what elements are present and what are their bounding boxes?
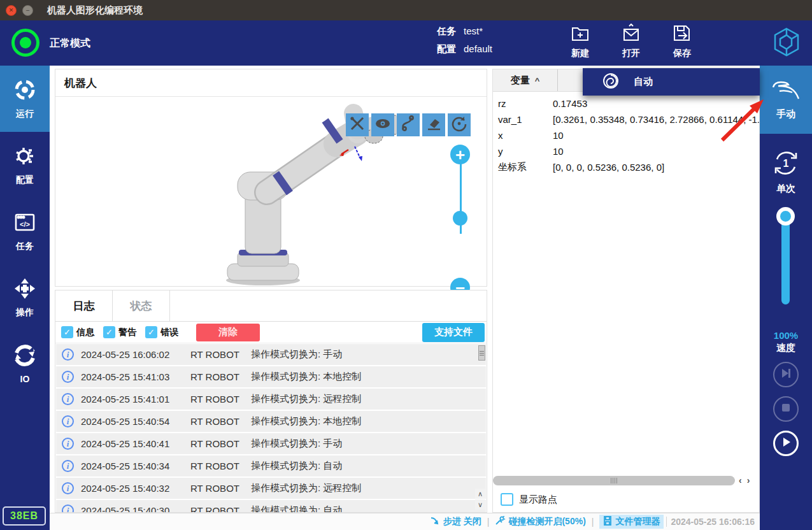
io-swap-icon bbox=[13, 344, 36, 369]
clear-button[interactable]: 清除 bbox=[196, 324, 260, 341]
app-logo-icon bbox=[771, 27, 802, 60]
sidebar-item-io[interactable]: IO bbox=[0, 331, 50, 397]
save-button-label: 保存 bbox=[673, 48, 691, 59]
auto-mode-label: 自动 bbox=[634, 76, 653, 88]
single-run-button[interactable]: 1 单次 bbox=[760, 140, 812, 204]
stop-button[interactable] bbox=[773, 396, 799, 422]
code-window-icon: </> bbox=[13, 211, 36, 236]
sidebar-item-label: IO bbox=[20, 374, 30, 384]
hand-icon bbox=[771, 80, 801, 105]
config-label: 配置 bbox=[437, 43, 464, 55]
info-icon: i bbox=[62, 415, 74, 427]
gear-icon bbox=[13, 145, 36, 170]
chevron-down-icon: ∨ bbox=[478, 501, 483, 509]
speed-slider-handle[interactable] bbox=[776, 207, 795, 226]
log-list[interactable]: i2024-05-25 16:06:02RT ROBOT操作模式切换为: 手动 … bbox=[56, 344, 486, 512]
scroll-up-button[interactable]: ∧ bbox=[475, 489, 485, 499]
visibility-button[interactable] bbox=[371, 113, 394, 136]
sidebar-item-run[interactable]: 运行 bbox=[0, 66, 50, 132]
log-filter-bar: ✓ 信息 ✓ 警告 ✓ 错误 清除 支持文件 bbox=[55, 322, 487, 343]
tab-secondary[interactable] bbox=[558, 69, 583, 91]
stop-icon bbox=[781, 403, 790, 415]
variables-table: rz0.17453 var_1[0.3261, 0.35348, 0.73416… bbox=[493, 92, 759, 175]
variable-row[interactable]: 坐标系[0, 0, 0, 0.5236, 0.5236, 0] bbox=[493, 159, 759, 175]
tools-icon bbox=[349, 115, 366, 134]
play-button[interactable] bbox=[773, 431, 799, 456]
scroll-down-button[interactable]: ∨ bbox=[475, 499, 485, 510]
eye-icon bbox=[374, 115, 391, 134]
speed-slider bbox=[760, 207, 812, 309]
svg-text:</>: </> bbox=[20, 220, 30, 228]
window-close-button[interactable]: ✕ bbox=[6, 5, 17, 16]
log-row: i2024-05-25 15:41:03RT ROBOT操作模式切换为: 本地控… bbox=[56, 366, 486, 387]
config-value: default bbox=[464, 43, 492, 55]
filter-info-checkbox[interactable]: ✓ bbox=[61, 326, 73, 338]
collision-status[interactable]: 碰撞检测开启(50%) bbox=[495, 516, 585, 527]
app-window: ✕ – 机器人图形化编程环境 正常模式 任务test* 配置default 新建… bbox=[0, 0, 812, 530]
sidebar-item-config[interactable]: 配置 bbox=[0, 132, 50, 198]
open-file-icon bbox=[622, 24, 641, 45]
variable-row[interactable]: rz0.17453 bbox=[493, 96, 759, 111]
reset-view-button[interactable] bbox=[448, 113, 471, 136]
speed-slider-track[interactable] bbox=[781, 212, 790, 304]
variable-row[interactable]: var_1[0.3261, 0.35348, 0.73416, 2.72866,… bbox=[493, 111, 759, 127]
robot-view-toolbar bbox=[346, 113, 473, 136]
window-minimize-button[interactable]: – bbox=[22, 5, 33, 16]
log-scroll-arrows: ∧ ∨ bbox=[475, 488, 485, 510]
scroll-left-button[interactable]: ‹ bbox=[739, 475, 742, 485]
log-row: i2024-05-25 15:40:32RT ROBOT操作模式切换为: 远程控… bbox=[56, 478, 486, 499]
mode-indicator-icon bbox=[11, 29, 39, 57]
sidebar-item-operate[interactable]: 操作 bbox=[0, 264, 50, 331]
mode-dropdown-item-auto[interactable]: 自动 bbox=[583, 68, 760, 96]
step-button[interactable] bbox=[773, 362, 799, 387]
chevron-up-icon: ∧ bbox=[478, 490, 483, 498]
zoom-slider-handle[interactable] bbox=[453, 211, 467, 226]
file-manager-button[interactable]: 文件管理器 bbox=[599, 515, 664, 529]
save-button[interactable]: 保存 bbox=[664, 24, 701, 59]
status-timestamp: 2024-05-25 16:06:16 bbox=[666, 517, 760, 527]
header-actions: 新建 打开 保存 bbox=[562, 24, 715, 59]
header: 正常模式 任务test* 配置default 新建 打开 保存 bbox=[0, 20, 812, 66]
show-waypoints-checkbox[interactable] bbox=[501, 493, 513, 506]
path-icon bbox=[400, 115, 417, 134]
zoom-in-button[interactable]: + bbox=[450, 145, 470, 164]
new-file-icon bbox=[571, 24, 590, 45]
tools-button[interactable] bbox=[346, 113, 369, 136]
close-icon: ✕ bbox=[9, 7, 14, 13]
variable-row[interactable]: y10 bbox=[493, 143, 759, 159]
file-manager-icon bbox=[603, 516, 612, 527]
speed-label: 速度 bbox=[760, 342, 812, 354]
tab-variables-label: 变量 bbox=[511, 75, 530, 87]
safety-code-button[interactable]: 38EB bbox=[3, 506, 46, 526]
auto-mode-icon bbox=[583, 72, 620, 92]
trajectory-button[interactable] bbox=[397, 113, 420, 136]
step-status[interactable]: 步进 关闭 bbox=[430, 516, 481, 527]
separator: | bbox=[592, 517, 594, 527]
scroll-right-button[interactable]: › bbox=[747, 475, 750, 485]
log-panel: 日志 状态 ✓ 信息 ✓ 警告 ✓ 错误 清除 支持文件 i2024-05-25… bbox=[55, 290, 487, 513]
check-icon: ✓ bbox=[106, 327, 113, 337]
sidebar-item-label: 运行 bbox=[16, 108, 34, 120]
new-button[interactable]: 新建 bbox=[562, 24, 599, 59]
filter-warning-checkbox[interactable]: ✓ bbox=[103, 326, 115, 338]
support-files-button[interactable]: 支持文件 bbox=[422, 323, 485, 342]
log-row: i2024-05-25 15:40:30RT ROBOT操作模式切换为: 自动 bbox=[56, 500, 486, 512]
open-button[interactable]: 打开 bbox=[613, 24, 650, 59]
tab-variables[interactable]: 变量 ^ bbox=[493, 69, 558, 91]
filter-error-checkbox[interactable]: ✓ bbox=[145, 326, 157, 338]
log-row: i2024-05-25 15:40:34RT ROBOT操作模式切换为: 自动 bbox=[56, 455, 486, 476]
step-icon bbox=[430, 517, 440, 527]
rotate-icon bbox=[451, 115, 467, 134]
tab-log[interactable]: 日志 bbox=[55, 290, 113, 321]
task-value: test* bbox=[464, 25, 483, 38]
hscrollbar-thumb[interactable] bbox=[493, 476, 735, 485]
sidebar-item-task[interactable]: </> 任务 bbox=[0, 198, 50, 264]
manual-mode-button[interactable]: 手动 bbox=[760, 66, 812, 134]
status-bar: 步进 关闭 | 碰撞检测开启(50%) | 文件管理器 2024-05-25 1… bbox=[50, 513, 760, 530]
log-row: i2024-05-25 15:40:54RT ROBOT操作模式切换为: 本地控… bbox=[56, 411, 486, 432]
tab-status[interactable]: 状态 bbox=[113, 290, 170, 321]
eraser-button[interactable] bbox=[422, 113, 445, 136]
robot-panel: 机器人 bbox=[55, 69, 487, 287]
variable-row[interactable]: x10 bbox=[493, 127, 759, 143]
log-scrollbar-thumb[interactable] bbox=[478, 345, 485, 361]
